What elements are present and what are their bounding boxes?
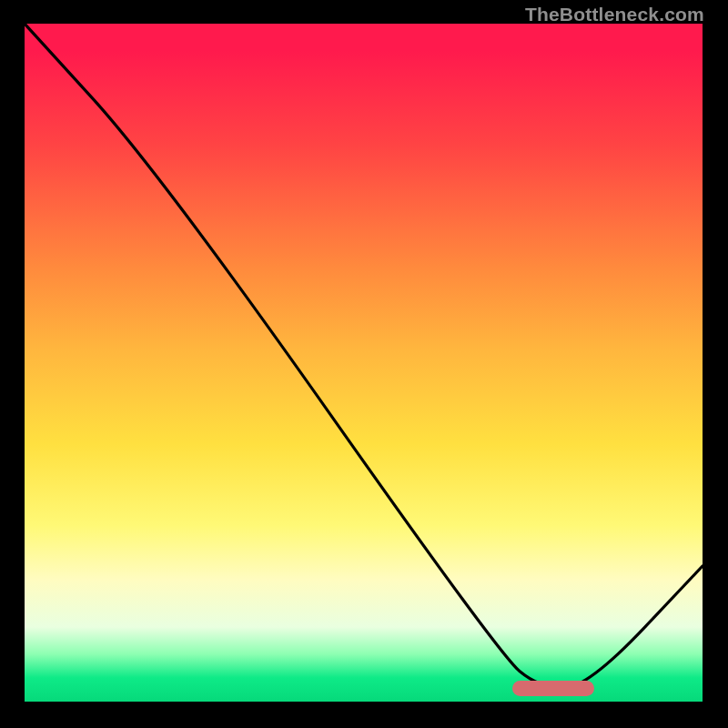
chart-frame: TheBottleneck.com: [0, 0, 728, 728]
bottleneck-curve: [25, 24, 703, 702]
plot-area: [25, 24, 703, 702]
optimal-range-marker: [512, 681, 593, 696]
watermark-text: TheBottleneck.com: [525, 4, 704, 25]
